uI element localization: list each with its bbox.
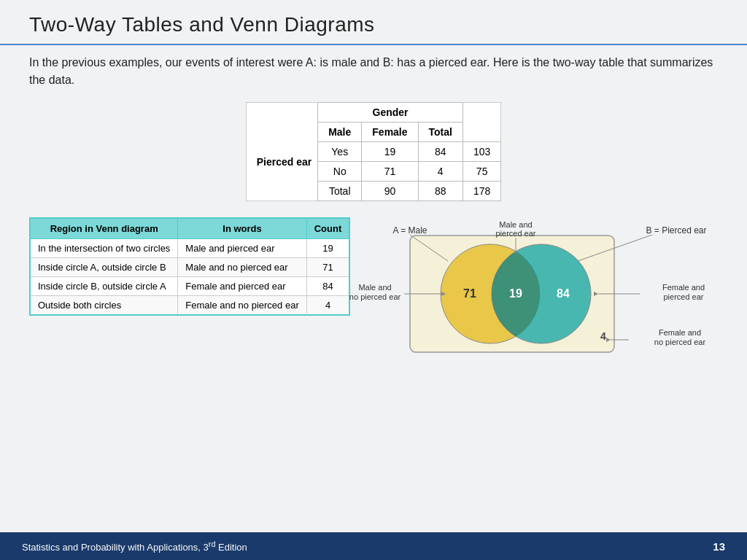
count-col-header: Count (306, 218, 349, 239)
no-label: No (318, 162, 362, 182)
venn-val-right: 84 (557, 287, 570, 300)
words-3: Female and pierced ear (178, 277, 306, 296)
venn-region-table: Region in Venn diagram In words Count In… (29, 217, 350, 316)
intro-text: In the previous examples, our events of … (29, 54, 718, 89)
slide-body: In the previous examples, our events of … (0, 54, 747, 532)
region-2: Inside circle A, outside circle B (30, 258, 178, 277)
venn-val-left: 71 (463, 287, 476, 300)
venn-label-top2: pierced ear (496, 229, 536, 238)
footer: Statistics and Probability with Applicat… (0, 532, 747, 560)
no-female: 4 (418, 162, 462, 182)
venn-val-outside: 4 (600, 330, 606, 342)
yes-female: 84 (418, 142, 462, 162)
venn-label-a: A = Male (393, 225, 427, 236)
footer-page: 13 (713, 540, 725, 553)
count-2: 71 (306, 258, 349, 277)
venn-label-right-top2: pierced ear (664, 292, 704, 301)
gender-header: Gender (318, 103, 463, 122)
count-1: 19 (306, 239, 349, 258)
venn-row-1: In the intersection of two circles Male … (30, 239, 349, 258)
yes-male: 19 (362, 142, 418, 162)
venn-label-right-top1: Female and (662, 283, 705, 292)
count-4: 4 (306, 296, 349, 316)
total-total: 178 (462, 182, 500, 201)
venn-row-2: Inside circle A, outside circle B Male a… (30, 258, 349, 277)
total-row-label: Total (318, 182, 362, 201)
region-3: Inside circle B, outside circle A (30, 277, 178, 296)
two-way-table-container: Gender Male Female Total Pierced ear Yes… (29, 102, 718, 201)
region-col-header: Region in Venn diagram (30, 218, 178, 239)
venn-label-right-bot2: no pierced ear (654, 338, 706, 346)
slide-title: Two-Way Tables and Venn Diagrams (29, 13, 718, 36)
pierced-ear-row-header: Pierced ear (246, 142, 318, 182)
words-1: Male and pierced ear (178, 239, 306, 258)
venn-label-top: Male and (500, 220, 533, 229)
count-3: 84 (306, 277, 349, 296)
total-male: 90 (362, 182, 418, 201)
words-2: Male and no pierced ear (178, 258, 306, 277)
words-4: Female and no pierced ear (178, 296, 306, 316)
no-total: 75 (462, 162, 500, 182)
venn-row-3: Inside circle B, outside circle A Female… (30, 277, 349, 296)
region-4: Outside both circles (30, 296, 178, 316)
region-1: In the intersection of two circles (30, 239, 178, 258)
slide: Two-Way Tables and Venn Diagrams In the … (0, 0, 747, 532)
venn-label-left2: no pierced ear (349, 292, 401, 301)
total-female: 88 (418, 182, 462, 201)
male-col-header: Male (318, 122, 362, 142)
venn-diagram-wrap: 71 19 84 4 A = Male B = Pierced ear Male… (365, 217, 718, 378)
no-male: 71 (362, 162, 418, 182)
venn-diagram-svg: 71 19 84 4 A = Male B = Pierced ear Male… (388, 217, 694, 378)
footer-text: Statistics and Probability with Applicat… (22, 540, 247, 553)
bottom-section: Region in Venn diagram In words Count In… (29, 217, 718, 378)
yes-label: Yes (318, 142, 362, 162)
venn-table-wrap: Region in Venn diagram In words Count In… (29, 217, 350, 316)
venn-label-right-bot1: Female and (659, 328, 701, 337)
total-col-header: Total (418, 122, 462, 142)
venn-label-left1: Male and (359, 283, 392, 292)
venn-row-4: Outside both circles Female and no pierc… (30, 296, 349, 316)
venn-label-b: B = Pierced ear (646, 225, 707, 236)
yes-total: 103 (462, 142, 500, 162)
words-col-header: In words (178, 218, 306, 239)
two-way-table: Gender Male Female Total Pierced ear Yes… (246, 102, 502, 201)
slide-header: Two-Way Tables and Venn Diagrams (0, 0, 747, 45)
female-col-header: Female (362, 122, 418, 142)
venn-val-center: 19 (509, 287, 522, 300)
